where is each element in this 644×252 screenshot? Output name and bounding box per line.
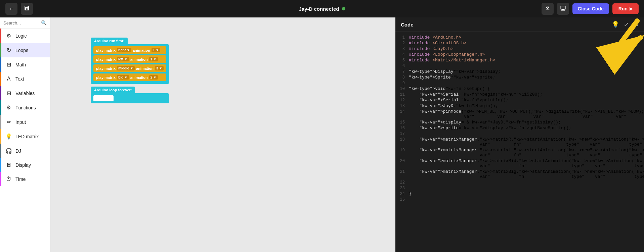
- back-button[interactable]: ←: [5, 3, 17, 15]
- code-line: 2 #include <CircuitOS.h>: [395, 40, 644, 46]
- sidebar-item-text[interactable]: A Text: [0, 72, 50, 86]
- sidebar-item-led[interactable]: 💡 LED matrix: [0, 129, 50, 144]
- connection-status-dot: [342, 7, 345, 10]
- block-dropdown-1a[interactable]: right ▼: [117, 48, 131, 52]
- code-line: 6: [395, 63, 644, 69]
- line-number: 1: [395, 35, 409, 40]
- main-layout: 🔍 ⚙ Logic ↻ Loops ⊞ Math A Text ⊟ Variab…: [0, 17, 644, 252]
- code-line: 19 "kw-var">matrixManager."kw-var">matri…: [395, 147, 644, 158]
- line-number: 18: [395, 137, 409, 142]
- search-input[interactable]: [3, 20, 39, 26]
- block-row-1[interactable]: play matrix right ▼ animation 1 ▼: [93, 46, 166, 54]
- line-content: "kw-var">Serial: [409, 98, 459, 103]
- code-line: 11 "kw-var">Serial."kw-fn">begin("kw-num…: [395, 92, 644, 97]
- close-icon[interactable]: ✕: [634, 21, 639, 28]
- dj-icon: 🎧: [5, 148, 12, 154]
- code-line: 7 "kw-type">Display* "kw-var">display;: [395, 69, 644, 74]
- download-button[interactable]: [542, 3, 554, 15]
- save-button[interactable]: [21, 3, 33, 15]
- line-content: [409, 197, 412, 202]
- line-number: 9: [395, 81, 409, 86]
- line-content: #include <Loop/LoopManager.h>: [409, 52, 485, 57]
- sidebar-item-display[interactable]: 🖥 Display: [0, 158, 50, 172]
- sidebar-label-functions: Functions: [15, 105, 36, 110]
- sidebar-item-time[interactable]: ⏱ Time: [0, 172, 50, 186]
- sidebar-item-loops[interactable]: ↻ Loops: [0, 43, 50, 57]
- connection-label: Jay-D connected: [299, 6, 339, 12]
- block-anim-2: animation: [130, 57, 148, 61]
- code-line: 3 #include <JayD.h>: [395, 46, 644, 52]
- block-text-4: play matrix: [96, 75, 116, 80]
- topbar-right: Close Code Run: [542, 3, 639, 15]
- block-workspace: Arduino run first: play matrix right ▼ a…: [91, 38, 169, 103]
- sidebar-item-variables[interactable]: ⊟ Variables: [0, 86, 50, 100]
- line-content: "kw-var">sprite: [409, 125, 459, 131]
- code-line: 12 "kw-var">Serial."kw-fn">println();: [395, 97, 644, 103]
- block-anim-3: animation: [136, 66, 154, 70]
- block-dropdown-4b[interactable]: 2 ▼: [149, 75, 158, 80]
- sidebar-items-container: ⚙ Logic ↻ Loops ⊞ Math A Text ⊟ Variable…: [0, 29, 50, 186]
- line-number: 2: [395, 41, 409, 46]
- line-content: "kw-var">pinMode: [409, 109, 461, 114]
- sidebar-label-input: Input: [15, 119, 26, 125]
- expand-icon[interactable]: ⤢: [624, 21, 629, 28]
- download-icon: [545, 5, 551, 13]
- code-line: 8 "kw-type">Sprite* "kw-var">sprite;: [395, 74, 644, 80]
- sidebar-item-logic[interactable]: ⚙ Logic: [0, 29, 50, 43]
- code-line: 4 #include <Loop/LoopManager.h>: [395, 52, 644, 57]
- sidebar-label-display: Display: [15, 162, 31, 168]
- code-header-right: 💡 ⤢ ✕: [612, 21, 639, 28]
- block-anim-4: animation: [130, 75, 148, 80]
- functions-icon: ⚙: [5, 104, 12, 111]
- line-number: 21: [395, 169, 409, 174]
- loop-connector: [93, 95, 114, 101]
- sidebar-label-variables: Variables: [15, 91, 35, 96]
- block-row-3[interactable]: play matrix middle ▼ animation 3 ▼: [93, 64, 166, 72]
- led-icon: 💡: [5, 133, 12, 140]
- code-line: 17: [395, 131, 644, 137]
- block-container-first: play matrix right ▼ animation 1 ▼ play m…: [91, 44, 169, 84]
- code-panel-header: Code 💡 ⤢ ✕: [395, 17, 644, 32]
- line-content: "kw-type">Display: [409, 69, 454, 74]
- line-content: [409, 180, 412, 185]
- code-line: 14 "kw-var">pinMode("kw-var">PIN_BL, "kw…: [395, 109, 644, 119]
- sidebar-label-dj: DJ: [15, 148, 21, 154]
- sidebar: 🔍 ⚙ Logic ↻ Loops ⊞ Math A Text ⊟ Variab…: [0, 17, 50, 252]
- block-dropdown-3a[interactable]: middle ▼: [117, 66, 135, 70]
- sidebar-item-math[interactable]: ⊞ Math: [0, 57, 50, 72]
- line-content: [409, 131, 412, 136]
- code-line: 13 "kw-var">JayD."kw-fn">begin();: [395, 103, 644, 109]
- code-line: 18 "kw-var">matrixManager."kw-var">matri…: [395, 137, 644, 147]
- block-row-4[interactable]: play matrix big ▼ animation 2 ▼: [93, 73, 166, 81]
- monitor-button[interactable]: [557, 3, 569, 15]
- topbar: ← Jay-D connected: [0, 0, 644, 17]
- topbar-center: Jay-D connected: [299, 6, 345, 12]
- sidebar-label-text: Text: [15, 76, 24, 82]
- line-number: 16: [395, 125, 409, 131]
- block-dropdown-2a[interactable]: left ▼: [117, 57, 129, 61]
- code-editor[interactable]: 1 #include <Arduino.h> 2 #include <Circu…: [395, 32, 644, 252]
- line-content: #include <Matrix/MatrixManager.h>: [409, 58, 495, 63]
- block-dropdown-2b[interactable]: 1 ▼: [149, 57, 158, 61]
- topbar-left: ←: [5, 3, 33, 15]
- line-content: [409, 81, 412, 86]
- block-container-loop: [91, 93, 169, 103]
- code-line: 5 #include <Matrix/MatrixManager.h>: [395, 57, 644, 63]
- code-line: 15 "kw-var">display = &"kw-var">JayD."kw…: [395, 119, 644, 125]
- line-number: 3: [395, 46, 409, 51]
- line-content: [409, 186, 412, 191]
- line-content: "kw-var">display: [409, 120, 461, 125]
- block-dropdown-4a[interactable]: big ▼: [117, 75, 129, 80]
- sidebar-item-dj[interactable]: 🎧 DJ: [0, 144, 50, 158]
- search-box[interactable]: 🔍: [0, 17, 50, 29]
- block-dropdown-1b[interactable]: 1 ▼: [152, 48, 160, 52]
- sidebar-item-functions[interactable]: ⚙ Functions: [0, 100, 50, 115]
- sidebar-item-input[interactable]: ✏ Input: [0, 115, 50, 129]
- block-row-2[interactable]: play matrix left ▼ animation 1 ▼: [93, 55, 166, 63]
- run-button[interactable]: Run: [612, 3, 639, 14]
- canvas-area[interactable]: Arduino run first: play matrix right ▼ a…: [50, 17, 395, 252]
- line-content: "kw-type">void: [409, 86, 445, 91]
- block-dropdown-3b[interactable]: 3 ▼: [155, 66, 164, 70]
- line-number: 6: [395, 63, 409, 68]
- close-code-button[interactable]: Close Code: [572, 3, 609, 14]
